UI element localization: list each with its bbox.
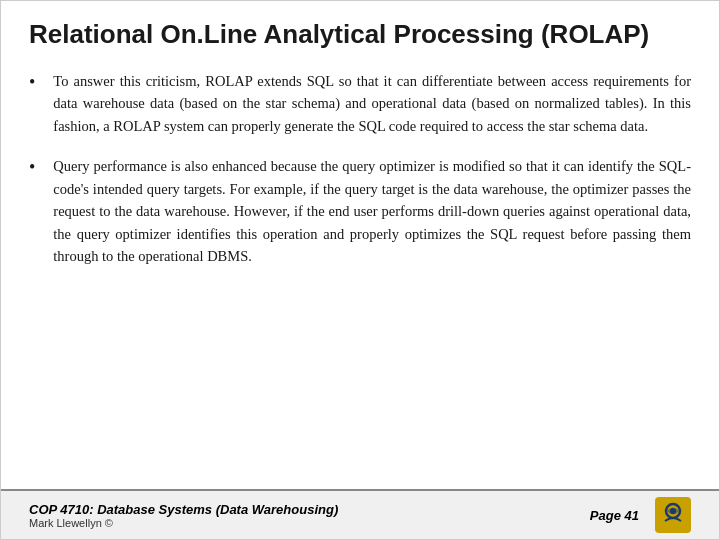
slide-content: • To answer this criticism, ROLAP extend… — [1, 60, 719, 489]
footer-left: COP 4710: Database Systems (Data Warehou… — [29, 502, 338, 529]
bullet-item-1: • To answer this criticism, ROLAP extend… — [29, 70, 691, 137]
footer-course: COP 4710: Database Systems (Data Warehou… — [29, 502, 338, 517]
bullet-text-2: Query performance is also enhanced becau… — [53, 155, 691, 267]
bullet-item-2: • Query performance is also enhanced bec… — [29, 155, 691, 267]
svg-point-2 — [670, 508, 676, 514]
svg-rect-0 — [655, 497, 691, 533]
bullet-text-1: To answer this criticism, ROLAP extends … — [53, 70, 691, 137]
footer-right: Page 41 — [590, 497, 691, 533]
slide-header: Relational On.Line Analytical Processing… — [1, 1, 719, 60]
bullet-dot-2: • — [29, 157, 35, 178]
slide-title: Relational On.Line Analytical Processing… — [29, 19, 691, 50]
bullet-dot-1: • — [29, 72, 35, 93]
footer-author: Mark Llewellyn © — [29, 517, 338, 529]
slide-footer: COP 4710: Database Systems (Data Warehou… — [1, 489, 719, 539]
footer-page: Page 41 — [590, 508, 639, 523]
slide-container: Relational On.Line Analytical Processing… — [0, 0, 720, 540]
university-logo-icon — [655, 497, 691, 533]
